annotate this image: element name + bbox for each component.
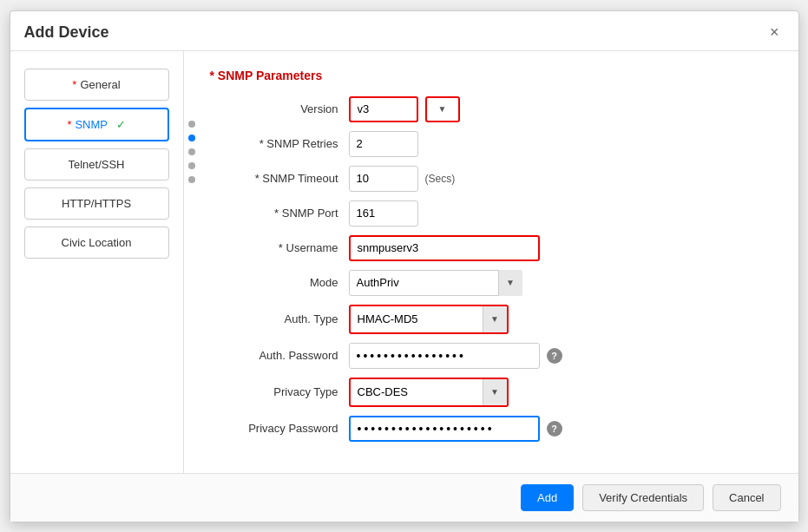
auth-type-select[interactable]: HMAC-MD5 HMAC-SHA [351,306,507,332]
auth-type-row: Auth. Type HMAC-MD5 HMAC-SHA ▼ [210,305,772,334]
mode-label: Mode [210,276,349,289]
retries-input[interactable] [349,131,418,157]
mode-row: Mode AuthPriv AuthNoPriv NoAuthNoPriv ▼ [210,270,772,296]
version-dropdown-button[interactable]: ▼ [425,96,460,122]
sidebar: *General *SNMP ✓ Telnet/SSH HTTP/HTTPS C… [10,51,184,473]
secs-label: (Secs) [425,173,456,185]
auth-type-label: Auth. Type [210,312,349,325]
version-input[interactable] [349,96,418,122]
check-icon: ✓ [113,118,126,131]
privacy-password-input[interactable] [349,416,540,442]
timeout-row: * SNMP Timeout (Secs) [210,166,772,192]
privacy-type-select[interactable]: CBC-DES CFB-AES-128 [351,379,507,405]
required-asterisk: * [72,78,76,91]
username-row: * Username [210,235,772,261]
privacy-type-select-wrapper: CBC-DES CFB-AES-128 ▼ [349,378,509,407]
version-row: Version ▼ [210,96,772,122]
sidebar-item-snmp[interactable]: *SNMP ✓ [24,108,169,141]
step-dots [188,121,195,183]
sidebar-item-telnet-ssh[interactable]: Telnet/SSH [24,148,169,181]
cancel-button[interactable]: Cancel [713,484,780,511]
mode-select-wrapper: AuthPriv AuthNoPriv NoAuthNoPriv ▼ [349,270,522,296]
section-title: * SNMP Parameters [210,69,772,82]
dot-4 [188,162,195,169]
auth-password-label: Auth. Password [210,349,349,362]
auth-password-input[interactable] [349,343,540,369]
sidebar-item-general[interactable]: *General [24,69,169,101]
close-button[interactable]: × [765,22,785,43]
username-input[interactable] [349,235,540,261]
snmp-parameters-panel: * SNMP Parameters Version ▼ * SNMP Retri… [184,51,798,473]
privacy-password-row: Privacy Password ? [210,416,772,442]
dot-1 [188,121,195,128]
dot-5 [188,176,195,183]
port-label: * SNMP Port [210,207,349,220]
port-input[interactable] [349,200,418,227]
auth-password-help-icon[interactable]: ? [547,348,562,364]
username-label: * Username [210,241,349,254]
dialog-footer: Add Verify Credentials Cancel [10,473,798,522]
version-label: Version [210,102,349,115]
privacy-password-label: Privacy Password [210,422,349,435]
required-asterisk: * [67,118,71,131]
privacy-password-help-icon[interactable]: ? [547,421,562,437]
retries-row: * SNMP Retries [210,131,772,157]
sidebar-item-http-https[interactable]: HTTP/HTTPS [24,187,169,220]
verify-credentials-button[interactable]: Verify Credentials [582,484,704,511]
timeout-label: * SNMP Timeout [210,172,349,185]
privacy-type-row: Privacy Type CBC-DES CFB-AES-128 ▼ [210,378,772,407]
port-row: * SNMP Port [210,200,772,227]
dot-2 [188,135,195,141]
auth-password-row: Auth. Password ? [210,343,772,369]
privacy-type-label: Privacy Type [210,385,349,398]
timeout-input[interactable] [349,166,418,192]
mode-select[interactable]: AuthPriv AuthNoPriv NoAuthNoPriv [349,270,522,296]
version-controls: ▼ [349,96,460,122]
dialog-body: *General *SNMP ✓ Telnet/SSH HTTP/HTTPS C… [10,51,798,473]
add-button[interactable]: Add [521,484,574,511]
dialog-title: Add Device [24,23,109,42]
add-device-dialog: Add Device × *General *SNMP ✓ Telnet/SSH [10,10,799,522]
retries-label: * SNMP Retries [210,137,349,150]
sidebar-item-civic-location[interactable]: Civic Location [24,227,169,259]
dialog-header: Add Device × [10,11,798,51]
dot-3 [188,148,195,155]
auth-type-select-wrapper: HMAC-MD5 HMAC-SHA ▼ [349,305,509,334]
